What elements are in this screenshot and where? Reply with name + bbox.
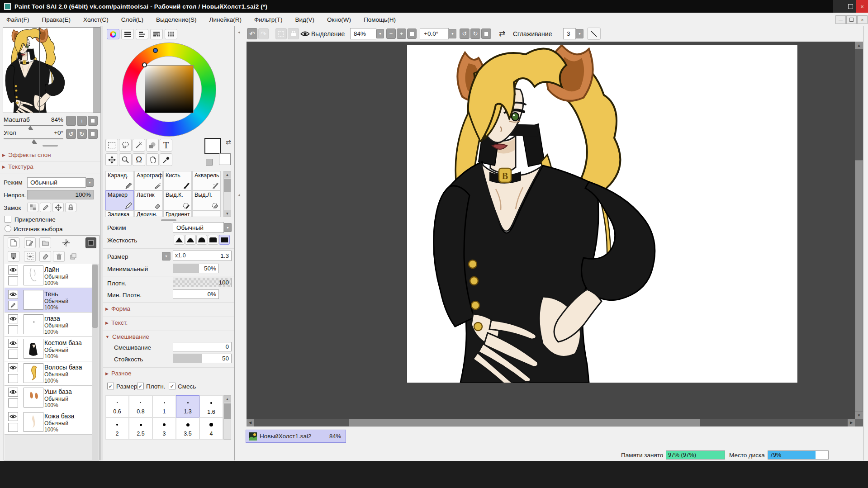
layer-row[interactable]: глаза Обычный 100% xyxy=(5,313,92,337)
layer-extra-toggle[interactable] xyxy=(8,350,18,359)
hardness-5-button-selected[interactable] xyxy=(219,235,230,245)
canvas-zoom-reset-button[interactable] xyxy=(407,28,417,39)
foreground-color-swatch[interactable] xyxy=(204,138,221,154)
blending-section-header[interactable]: ▼ Смешивание xyxy=(105,333,149,340)
size-grid-scrollbar[interactable]: ▲ xyxy=(223,395,231,440)
merge-down-button[interactable] xyxy=(8,251,19,262)
menu-window[interactable]: Окно(W) xyxy=(321,13,357,26)
size-unit-dropdown-icon[interactable]: ▼ xyxy=(162,252,171,261)
brush-mode-select[interactable]: Обычный xyxy=(173,222,224,233)
brush-tool-fill[interactable]: Заливка xyxy=(105,210,134,217)
marquee-tool[interactable] xyxy=(105,139,118,152)
min-size-slider[interactable]: 50% xyxy=(173,264,219,273)
lock-pixels-button[interactable] xyxy=(40,203,51,212)
redo-button[interactable]: ↷ xyxy=(258,28,269,39)
hardness-1-button[interactable] xyxy=(174,235,185,245)
eyedropper-tool[interactable] xyxy=(160,153,172,166)
layer-row[interactable]: Кожа база Обычный 100% xyxy=(5,410,92,435)
mixer-tab[interactable] xyxy=(150,29,163,39)
delete-layer-button[interactable] xyxy=(53,251,65,262)
layer-list-scrollbar-thumb[interactable] xyxy=(92,265,98,328)
line-stabilizer-button[interactable] xyxy=(587,28,601,40)
brush-grid-scrollbar-thumb[interactable] xyxy=(224,179,231,192)
scroll-right-icon[interactable]: ▶ xyxy=(848,419,855,426)
size-grid-scrollbar-thumb[interactable] xyxy=(224,403,231,419)
canvas-vscrollbar-thumb[interactable] xyxy=(855,160,863,412)
brush-tool-airbrush[interactable]: Аэрограф xyxy=(134,171,163,190)
shape-tool[interactable] xyxy=(146,139,159,152)
menu-ruler[interactable]: Линейка(R) xyxy=(203,13,248,26)
layer-row[interactable]: Лайн Обычный 100% xyxy=(5,264,92,288)
size-preset[interactable]: 3 xyxy=(152,417,176,440)
zoom-in-button[interactable]: + xyxy=(77,116,87,126)
size-field[interactable]: x1.0 1.3 xyxy=(173,251,232,261)
brush-tool-selection-pen[interactable]: Выд.К. xyxy=(163,190,192,210)
layer-extra-toggle[interactable] xyxy=(8,374,18,383)
size-preset[interactable]: 1 xyxy=(152,395,176,417)
navigator[interactable] xyxy=(3,27,100,113)
canvas[interactable] xyxy=(407,45,797,383)
layer-effects-section[interactable]: ▶ Эффекты слоя xyxy=(2,152,51,158)
lock-position-button[interactable] xyxy=(52,203,64,212)
rotate-view-tool[interactable]: Ω xyxy=(133,153,145,166)
deselect-button[interactable] xyxy=(275,28,287,39)
transform-button[interactable] xyxy=(60,237,72,248)
layer-extra-toggle[interactable] xyxy=(8,423,18,432)
shape-section-header[interactable]: ▶ Форма xyxy=(105,305,130,312)
canvas-rotate-reset-button[interactable] xyxy=(481,28,491,39)
scroll-down-icon[interactable]: ▼ xyxy=(855,412,863,419)
menu-help[interactable]: Помощь(H) xyxy=(357,13,402,26)
hand-tool[interactable] xyxy=(146,153,159,166)
canvas-vscrollbar[interactable]: ▲ ▼ xyxy=(855,42,863,419)
size-checkbox[interactable]: ✓ xyxy=(107,383,114,389)
brush-tool-marker-selected[interactable]: Маркер xyxy=(105,190,134,210)
clear-layer-button[interactable] xyxy=(24,251,36,262)
layer-row[interactable]: Волосы база Обычный 100% xyxy=(5,361,92,386)
rotate-cw-button[interactable]: ↻ xyxy=(77,129,87,139)
panel-grip[interactable] xyxy=(161,219,176,221)
layer-row[interactable]: Уши база Обычный 100% xyxy=(5,386,92,410)
layer-extra-toggle[interactable] xyxy=(8,276,18,285)
hue-cursor[interactable] xyxy=(153,48,158,53)
menu-layer[interactable]: Слой(L) xyxy=(115,13,150,26)
flip-horizontal-button[interactable]: ⇄ xyxy=(496,28,508,40)
new-layer-button[interactable] xyxy=(8,237,19,248)
layer-opacity-slider[interactable]: 100% xyxy=(27,190,94,199)
duplicate-layer-button[interactable] xyxy=(68,252,78,261)
saturation-value-square[interactable] xyxy=(145,65,194,113)
color-wheel-tab[interactable] xyxy=(107,29,119,39)
blend-checkbox[interactable]: ✓ xyxy=(169,383,175,389)
density-slider[interactable]: 100 xyxy=(173,278,232,287)
brush-grid-scrollbar[interactable]: ▲ ▼ xyxy=(223,171,231,217)
magic-wand-tool[interactable] xyxy=(133,139,145,152)
brush-tool-eraser[interactable]: Ластик xyxy=(134,190,163,210)
crop-selection-button[interactable] xyxy=(288,28,299,39)
hardness-4-button[interactable] xyxy=(208,235,218,245)
layer-visibility-toggle[interactable] xyxy=(8,314,18,323)
background-color-swatch[interactable] xyxy=(219,153,231,165)
move-tool[interactable] xyxy=(105,153,118,166)
layer-visibility-toggle[interactable] xyxy=(8,265,18,275)
canvas-rotate-ccw-button[interactable]: ↺ xyxy=(460,28,470,39)
size-preset[interactable]: 4 xyxy=(199,417,223,440)
collapse-panel-icon[interactable]: ◂ xyxy=(238,193,240,197)
doc-minimize-button[interactable]: — xyxy=(835,15,846,24)
lasso-tool[interactable] xyxy=(119,139,132,152)
layer-visibility-toggle[interactable] xyxy=(8,290,18,299)
layer-list-scrollbar[interactable] xyxy=(92,264,99,460)
scale-slider[interactable] xyxy=(4,125,63,126)
size-preset[interactable]: 3.5 xyxy=(176,417,199,440)
density-checkbox[interactable]: ✓ xyxy=(137,383,144,389)
brush-tool-gradient[interactable]: Градиент xyxy=(163,210,192,217)
eraser-layer-button[interactable] xyxy=(39,251,51,262)
size-preset[interactable]: 2 xyxy=(105,417,129,440)
brush-tool-empty[interactable] xyxy=(192,210,221,217)
canvas-zoom-out-button[interactable]: − xyxy=(386,28,396,39)
min-density-slider[interactable]: 0% xyxy=(173,289,219,299)
minimize-button[interactable]: — xyxy=(833,0,844,13)
layer-visibility-toggle[interactable] xyxy=(8,339,18,348)
scroll-left-icon[interactable]: ◀ xyxy=(247,419,254,426)
texture-section-header[interactable]: ▶ Текст. xyxy=(105,319,128,326)
zoom-tool[interactable] xyxy=(119,153,132,166)
sv-cursor[interactable] xyxy=(142,62,147,67)
